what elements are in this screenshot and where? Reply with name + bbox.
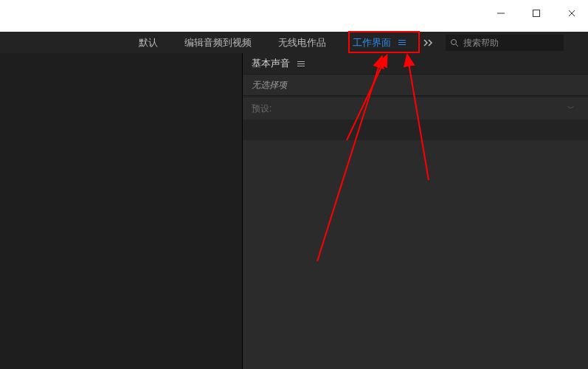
tab-radio[interactable]: 无线电作品 xyxy=(265,32,339,53)
preset-label: 预设: xyxy=(252,103,271,115)
search-icon xyxy=(450,38,459,47)
panel-menu-icon[interactable] xyxy=(297,61,305,66)
svg-point-4 xyxy=(452,39,457,44)
search-box[interactable] xyxy=(446,35,564,51)
essential-sound-panel: 基本声音 无选择项 预设: ﹀ xyxy=(243,53,588,369)
workspace-menu-icon[interactable] xyxy=(398,40,406,45)
maximize-button[interactable] xyxy=(529,6,544,21)
overflow-chevron-icon[interactable] xyxy=(419,32,438,53)
chevron-down-icon: ﹀ xyxy=(567,103,575,114)
workspace-tab-bar: 默认 编辑音频到视频 无线电作品 工作界面 xyxy=(0,32,588,53)
minimize-button[interactable] xyxy=(494,6,508,21)
search-input[interactable] xyxy=(463,38,552,48)
tab-edit-audio[interactable]: 编辑音频到视频 xyxy=(171,32,265,53)
panel-title: 基本声音 xyxy=(252,57,290,70)
preset-row: 预设: ﹀ xyxy=(243,97,588,120)
panel-header: 基本声音 xyxy=(243,53,588,74)
left-panel xyxy=(0,53,243,369)
svg-line-5 xyxy=(456,44,458,46)
tab-workspace-label: 工作界面 xyxy=(353,36,391,49)
preset-dropdown[interactable]: ﹀ xyxy=(277,101,579,116)
tab-default[interactable]: 默认 xyxy=(125,32,171,53)
tab-workspace[interactable]: 工作界面 xyxy=(339,32,419,53)
no-selection-message: 无选择项 xyxy=(243,74,588,96)
panel-body xyxy=(243,140,588,369)
close-button[interactable] xyxy=(564,6,579,21)
svg-rect-1 xyxy=(533,10,540,17)
